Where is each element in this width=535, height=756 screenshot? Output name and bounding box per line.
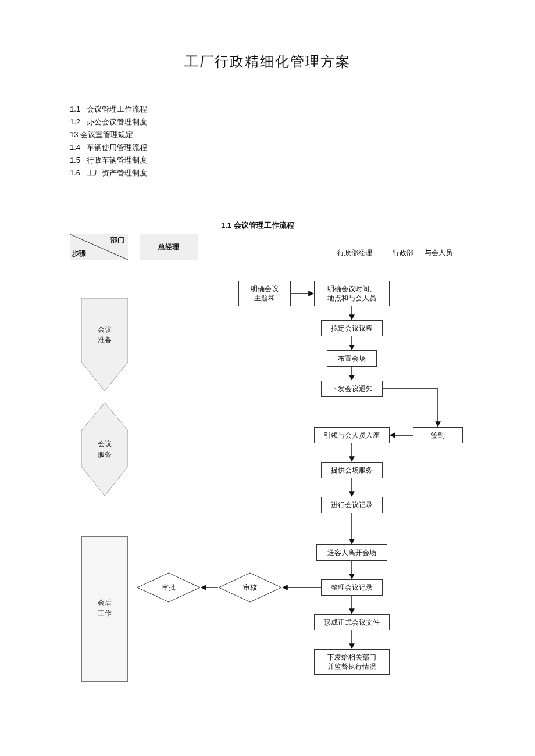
toc-item: 1.6 工厂资产管理制度 (70, 167, 465, 180)
header-attendee: 与会人员 (425, 248, 452, 258)
node-service: 提供会场服务 (321, 462, 383, 478)
node-setup: 布置会场 (327, 350, 377, 367)
toc-item: 1.4 车辆使用管理流程 (70, 141, 465, 154)
toc-item: 13 会议室管理规定 (70, 128, 465, 141)
phase-service-label: 会议 服务 (81, 439, 128, 460)
node-signin: 签到 (413, 427, 463, 443)
phase-post: 会后 工作 (81, 536, 128, 682)
header-step-label: 步骤 (72, 249, 86, 259)
node-distribute: 下发给相关部门 并监督执行情况 (314, 649, 390, 675)
header-dept-label: 部门 (110, 235, 124, 245)
node-topic: 明确会议 主题和 (238, 281, 291, 306)
toc-item: 1.2 办公会议管理制度 (70, 116, 465, 128)
phase-service: 会议 服务 (81, 403, 128, 496)
node-collate: 整理会议记录 (321, 579, 383, 596)
node-notice: 下发会议通知 (321, 381, 383, 397)
section-title: 1.1 会议管理工作流程 (221, 220, 465, 231)
phase-prep-label: 会议 准备 (81, 324, 128, 345)
node-agenda: 拟定会议议程 (321, 320, 383, 336)
header-admin-mgr: 行政部经理 (337, 248, 372, 258)
page-title: 工厂行政精细化管理方案 (70, 52, 465, 71)
node-formal-doc: 形成正式会议文件 (314, 614, 390, 630)
node-minutes: 进行会议记录 (321, 497, 383, 513)
header-step-dept: 部门 步骤 (70, 234, 128, 260)
node-time-place: 明确会议时间、 地点和与会人员 (314, 281, 390, 306)
toc-item: 1.1 会议管理工作流程 (70, 103, 465, 116)
toc-list: 1.1 会议管理工作流程 1.2 办公会议管理制度 13 会议室管理规定 1.4… (70, 103, 465, 180)
flowchart: 部门 步骤 总经理 行政部经理 行政部 与会人员 会议 准备 会议 服务 会后 … (70, 234, 465, 711)
node-approve: 审批 (137, 572, 201, 603)
toc-item: 1.5 行政车辆管理制度 (70, 154, 465, 167)
node-review-label: 审核 (218, 572, 282, 603)
header-admin: 行政部 (393, 248, 413, 258)
node-seat: 引领与会人员入座 (314, 427, 390, 443)
node-review: 审核 (218, 572, 282, 603)
node-approve-label: 审批 (137, 572, 201, 603)
header-gm: 总经理 (140, 234, 198, 260)
phase-post-label: 会后 工作 (81, 597, 128, 618)
phase-prep: 会议 准备 (81, 298, 128, 391)
node-seeoff: 送客人离开会场 (316, 544, 387, 561)
